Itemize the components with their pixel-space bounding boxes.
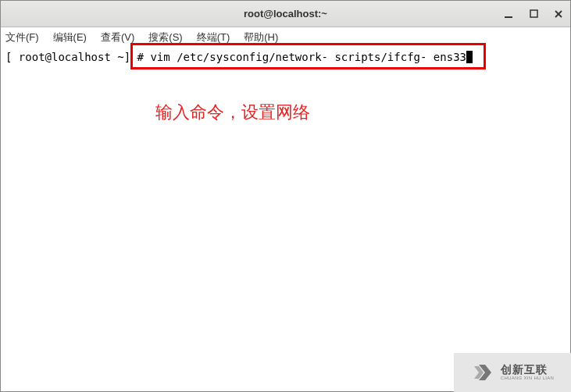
watermark-main: 创新互联 (501, 364, 554, 376)
menu-help[interactable]: 帮助(H) (242, 29, 280, 46)
window-controls (503, 9, 564, 20)
prompt: [ root@localhost ~] # (5, 51, 150, 63)
svg-rect-1 (530, 10, 537, 17)
window-title: root@localhost:~ (244, 8, 327, 20)
annotation-text: 输入命令，设置网络 (155, 101, 310, 124)
terminal-window: root@localhost:~ 文件(F) 编辑(E) 查看(V) 搜索(S)… (0, 0, 571, 392)
command-text: vim /etc/sysconfig/network- scripts/ifcf… (150, 51, 466, 63)
terminal-area[interactable]: [ root@localhost ~] # vim /etc/sysconfig… (1, 48, 570, 391)
menu-terminal[interactable]: 终端(T) (195, 29, 232, 46)
menu-file[interactable]: 文件(F) (4, 29, 41, 46)
watermark: 创新互联 CHUANG XIN HU LIAN (454, 353, 571, 392)
maximize-button[interactable] (528, 9, 539, 20)
terminal-line: [ root@localhost ~] # vim /etc/sysconfig… (5, 49, 566, 65)
menu-edit[interactable]: 编辑(E) (52, 29, 88, 46)
close-button[interactable] (553, 9, 564, 20)
menu-search[interactable]: 搜索(S) (147, 29, 184, 46)
titlebar: root@localhost:~ (1, 1, 570, 27)
menu-view[interactable]: 查看(V) (99, 29, 136, 46)
watermark-sub: CHUANG XIN HU LIAN (501, 376, 554, 381)
menubar: 文件(F) 编辑(E) 查看(V) 搜索(S) 终端(T) 帮助(H) (1, 27, 570, 48)
cursor-icon (466, 51, 473, 63)
minimize-button[interactable] (503, 9, 514, 20)
watermark-text: 创新互联 CHUANG XIN HU LIAN (501, 364, 554, 381)
watermark-logo-icon (471, 360, 496, 385)
